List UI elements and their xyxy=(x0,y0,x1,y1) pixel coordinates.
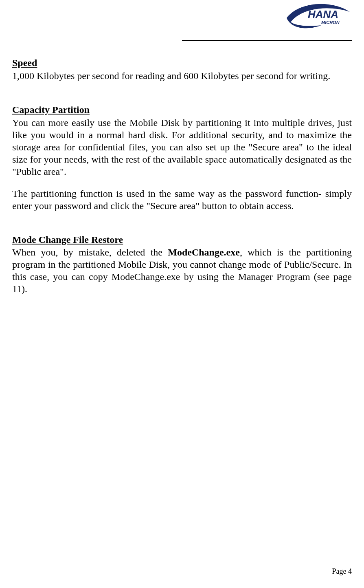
paragraph-speed-1: 1,000 Kilobytes per second for reading a… xyxy=(12,70,352,82)
paragraph-capacity-1: You can more easily use the Mobile Disk … xyxy=(12,117,352,178)
paragraph-mode-1a: When you, by mistake, deleted the xyxy=(12,247,168,258)
page-number: Page 4 xyxy=(332,567,352,576)
logo-brand-main: HANA xyxy=(308,8,338,20)
paragraph-mode-1-bold: ModeChange.exe xyxy=(168,247,240,258)
hana-micron-logo-icon: HANA MICRON xyxy=(283,2,352,30)
paragraph-capacity-2: The partitioning function is used in the… xyxy=(12,187,352,212)
paragraph-mode-1: When you, by mistake, deleted the ModeCh… xyxy=(12,246,352,295)
heading-speed: Speed xyxy=(12,57,352,69)
logo-brand-sub: MICRON xyxy=(321,20,340,25)
heading-capacity-partition: Capacity Partition xyxy=(12,104,352,116)
page-header: HANA MICRON xyxy=(12,0,352,41)
brand-logo: HANA MICRON xyxy=(283,2,352,30)
heading-mode-change: Mode Change File Restore xyxy=(12,234,352,246)
document-page: HANA MICRON Speed 1,000 Kilobytes per se… xyxy=(0,0,364,588)
header-divider xyxy=(182,40,352,41)
